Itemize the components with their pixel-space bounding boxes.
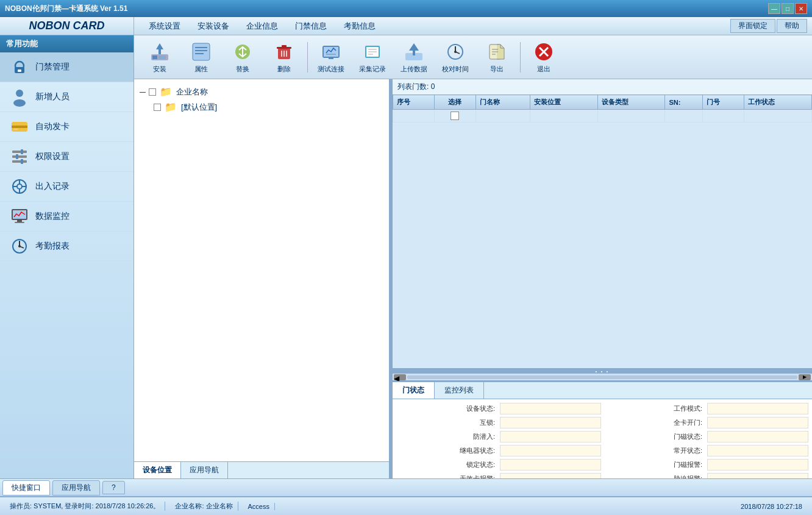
log-icon [10, 177, 29, 196]
expand-icon[interactable]: — [139, 88, 146, 96]
sidebar-item-auto-card[interactable]: 自动发卡 [0, 112, 134, 142]
empty-select [434, 110, 475, 123]
status-val-device [500, 403, 601, 414]
child-checkbox[interactable] [154, 104, 161, 111]
maximize-button[interactable]: □ [782, 3, 794, 14]
sidebar-label-permission: 权限设置 [35, 151, 69, 162]
export-icon [486, 41, 508, 63]
permission-icon [10, 147, 29, 166]
sidebar-label-access-mgmt: 门禁管理 [35, 62, 69, 73]
root-checkbox[interactable] [149, 88, 156, 96]
svg-rect-2 [18, 69, 21, 72]
status-label-lock: 锁定状态: [395, 458, 499, 472]
menu-install-device[interactable]: 安装设备 [189, 17, 238, 35]
sidebar-label-access-log: 出入记录 [35, 181, 69, 192]
status-val-invalidcard [500, 473, 601, 478]
horizontal-scrollbar[interactable]: ◀ ▶ [393, 374, 812, 381]
tab-help[interactable]: ? [102, 481, 125, 494]
toolbar-separator-2 [520, 42, 521, 73]
menu-system-settings[interactable]: 系统设置 [140, 17, 189, 35]
close-button[interactable]: ✕ [795, 3, 807, 14]
sidebar-item-permission[interactable]: 权限设置 [0, 142, 134, 172]
delete-button[interactable]: 删除 [265, 40, 304, 75]
delete-label: 删除 [277, 65, 291, 74]
menu-company-info[interactable]: 企业信息 [238, 17, 287, 35]
property-icon [190, 41, 212, 63]
statusbar: 操作员: SYSTEM, 登录时间: 2018/7/28 10:26:26。 企… [0, 497, 812, 515]
sidebar-item-add-person[interactable]: 新增人员 [0, 82, 134, 112]
install-button[interactable]: 安装 [140, 40, 179, 75]
help-button[interactable]: 帮助 [777, 19, 807, 33]
status-label-coerce: 胁迫报警: [602, 472, 706, 478]
status-label-relay: 继电器状态: [395, 444, 499, 458]
tree-root-node[interactable]: — 📁 企业名称 [139, 84, 384, 99]
table-body [393, 110, 812, 123]
tree-child-node-0[interactable]: 📁 [默认位置] [154, 99, 384, 115]
root-label: 企业名称 [176, 87, 208, 98]
svg-marker-56 [409, 43, 419, 51]
main-layout: 常用功能 门禁管理 新增人员 [0, 35, 812, 478]
col-device-type: 设备类型 [597, 95, 665, 110]
svg-rect-42 [282, 45, 287, 48]
status-datetime: 2018/07/28 10:27:18 [736, 503, 807, 510]
export-button[interactable]: 导出 [477, 40, 516, 75]
sidebar-item-attendance[interactable]: 考勤报表 [0, 232, 134, 261]
exit-button[interactable]: 退出 [524, 40, 563, 75]
horizontal-splitter[interactable]: • • • [393, 369, 812, 374]
replace-button[interactable]: 替换 [223, 40, 262, 75]
right-panel: 列表门数: 0 序号 选择 门名称 [393, 79, 812, 478]
menu-attendance-info[interactable]: 考勤信息 [335, 17, 384, 35]
row-checkbox[interactable] [451, 112, 459, 120]
scrollbar-left[interactable]: ◀ [394, 374, 406, 380]
svg-rect-30 [158, 55, 166, 59]
card-icon [10, 117, 29, 137]
svg-rect-11 [21, 149, 23, 154]
exit-label: 退出 [537, 65, 550, 74]
empty-sn [665, 110, 703, 123]
property-button[interactable]: 属性 [182, 40, 221, 75]
sidebar-item-access-log[interactable]: 出入记录 [0, 172, 134, 202]
svg-point-15 [17, 184, 22, 189]
sidebar-item-data-monitor[interactable]: 数据监控 [0, 202, 134, 232]
right-buttons: 界面锁定 帮助 [730, 19, 812, 33]
delete-icon [273, 41, 295, 63]
scrollbar-right[interactable]: ▶ [799, 374, 811, 380]
status-label-device: 设备状态: [395, 402, 499, 416]
replace-label: 替换 [236, 65, 249, 74]
lock-ui-button[interactable]: 界面锁定 [730, 19, 775, 33]
tab-app-navigation[interactable]: 应用导航 [52, 480, 100, 495]
tab-shortcuts[interactable]: 快捷窗口 [2, 480, 50, 495]
tab-device-position[interactable]: 设备位置 [134, 462, 181, 478]
status-label-allcard: 全卡开门: [602, 416, 706, 430]
report-icon [10, 236, 29, 256]
door-table[interactable]: 序号 选择 门名称 安装位置 设备类型 SN: 门号 [393, 94, 812, 369]
tab-app-nav[interactable]: 应用导航 [181, 462, 228, 478]
brand-logo: NOBON CARD [0, 17, 134, 35]
table-header-row: 序号 选择 门名称 安装位置 设备类型 SN: 门号 [393, 95, 812, 110]
menu-access-info[interactable]: 门禁信息 [287, 17, 335, 35]
col-door-num: 门号 [703, 95, 744, 110]
empty-work-status [744, 110, 812, 123]
svg-rect-57 [413, 51, 415, 55]
test-connect-button[interactable]: 测试连接 [312, 40, 351, 75]
calibrate-button[interactable]: 校对时间 [436, 40, 475, 75]
app-title: NOBON伦邦门禁—卡通系统 Ver 1.51 [5, 4, 127, 14]
tab-monitor-list[interactable]: 监控列表 [435, 382, 484, 399]
upload-button[interactable]: 上传数据 [394, 40, 433, 75]
table-header: 序号 选择 门名称 安装位置 设备类型 SN: 门号 [393, 95, 812, 110]
svg-rect-6 [12, 126, 27, 128]
tab-door-status[interactable]: 门状态 [393, 382, 435, 399]
upload-icon [403, 41, 425, 63]
status-val-interlock [500, 417, 601, 428]
status-label-antipassback: 防潜入: [395, 430, 499, 444]
collect-button[interactable]: 采集记录 [353, 40, 392, 75]
status-content: 设备状态: 工作模式: 互锁: 全卡开门: 防潜入: 门磁状态: 继电器状 [393, 399, 812, 478]
svg-rect-32 [158, 49, 161, 54]
minimize-button[interactable]: — [768, 3, 780, 14]
content-area: 安装 属性 [134, 35, 812, 478]
device-panel: — 📁 企业名称 📁 [默认位置] 设备位置 [134, 79, 390, 478]
svg-rect-33 [193, 43, 210, 60]
person-icon [10, 87, 29, 107]
select-all-cell: 选择 [438, 98, 472, 107]
sidebar-item-access-mgmt[interactable]: 门禁管理 [0, 52, 134, 82]
